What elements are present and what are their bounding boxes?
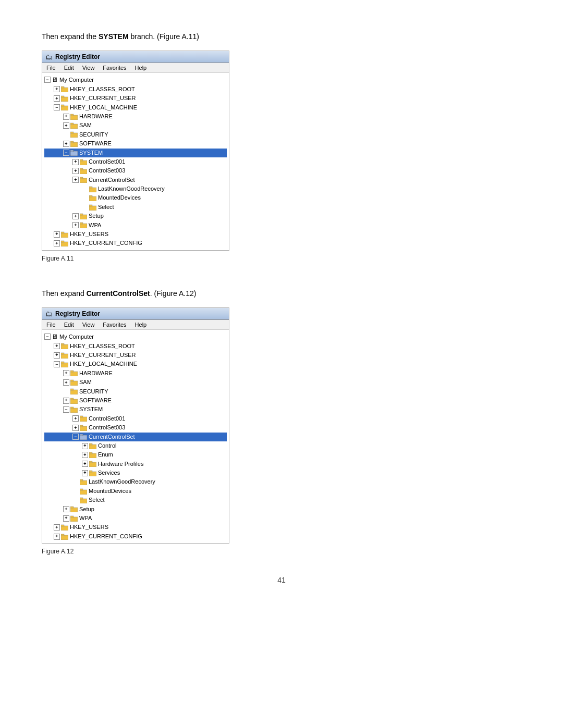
expander-placeholder-mounted-1 xyxy=(82,195,88,201)
tree-row-hwprofiles-2[interactable]: + Hardware Profiles xyxy=(44,460,227,468)
expander-current-config-1[interactable]: + xyxy=(54,240,60,246)
tree-row-controlset003-1[interactable]: + ControlSet003 xyxy=(44,166,227,175)
tree-row-root-1[interactable]: − 🖥 My Computer xyxy=(44,75,227,85)
expander-controlset003-2[interactable]: + xyxy=(72,425,79,431)
tree-row-sam-2[interactable]: + SAM xyxy=(44,378,227,387)
expander-hwprofiles-2[interactable]: + xyxy=(82,461,88,467)
svg-rect-55 xyxy=(80,425,83,427)
svg-rect-0 xyxy=(61,88,68,92)
tree-row-lastknown-2[interactable]: LastKnownGoodRecovery xyxy=(44,477,227,486)
tree-row-local-machine-2[interactable]: − HKEY_LOCAL_MACHINE xyxy=(44,360,227,368)
folder-icon-lastknown-2 xyxy=(80,479,87,485)
menu-view-2[interactable]: View xyxy=(81,321,96,328)
expander-classes-2[interactable]: + xyxy=(54,343,60,349)
tree-row-system-1[interactable]: − SYSTEM xyxy=(44,149,227,157)
expander-hardware-2[interactable]: + xyxy=(63,370,69,376)
tree-row-mounteddevices-1[interactable]: MountedDevices xyxy=(44,193,227,202)
tree-row-hardware-1[interactable]: + HARDWARE xyxy=(44,112,227,121)
tree-row-sam-1[interactable]: + SAM xyxy=(44,121,227,130)
expander-wpa-2[interactable]: + xyxy=(63,515,69,522)
expander-local-machine-1[interactable]: − xyxy=(54,104,60,110)
tree-row-services-2[interactable]: + Services xyxy=(44,468,227,477)
tree-row-setup-2[interactable]: + Setup xyxy=(44,505,227,514)
expander-controlset001-2[interactable]: + xyxy=(72,415,79,422)
expander-system-1[interactable]: − xyxy=(63,150,69,156)
tree-row-lastknown-1[interactable]: LastKnownGoodRecovery xyxy=(44,184,227,193)
expander-currentcontrolset-1[interactable]: + xyxy=(72,177,79,183)
expander-setup-2[interactable]: + xyxy=(63,506,69,512)
tree-row-software-2[interactable]: + SOFTWARE xyxy=(44,396,227,405)
menu-favorites-2[interactable]: Favorites xyxy=(102,321,127,328)
expander-root-2[interactable]: − xyxy=(44,334,51,340)
tree-row-control-2[interactable]: + Control xyxy=(44,441,227,450)
tree-row-users-1[interactable]: + HKEY_USERS xyxy=(44,230,227,239)
menu-file-1[interactable]: File xyxy=(45,64,57,71)
expander-services-2[interactable]: + xyxy=(82,470,88,476)
tree-row-users-2[interactable]: + HKEY_USERS xyxy=(44,523,227,532)
tree-row-security-1[interactable]: SECURITY xyxy=(44,130,227,139)
menu-favorites-1[interactable]: Favorites xyxy=(102,64,127,71)
tree-row-setup-1[interactable]: + Setup xyxy=(44,212,227,220)
svg-rect-12 xyxy=(70,142,78,147)
expander-controlset001-1[interactable]: + xyxy=(72,159,79,165)
expander-current-user-1[interactable]: + xyxy=(54,95,60,102)
tree-row-security-2[interactable]: SECURITY xyxy=(44,387,227,396)
tree-row-controlset001-2[interactable]: + ControlSet001 xyxy=(44,414,227,423)
expander-placeholder-lastknown-1 xyxy=(82,186,88,192)
expander-sam-2[interactable]: + xyxy=(63,379,69,386)
expander-wpa-1[interactable]: + xyxy=(72,222,79,228)
expander-enum-2[interactable]: + xyxy=(82,452,88,458)
expander-currentcontrolset-2[interactable]: − xyxy=(72,434,79,440)
tree-row-root-2[interactable]: − 🖥 My Computer xyxy=(44,332,227,342)
tree-row-wpa-2[interactable]: + WPA xyxy=(44,514,227,523)
expander-local-machine-2[interactable]: − xyxy=(54,361,60,367)
folder-icon-mounted-2 xyxy=(80,488,87,495)
registry-window-2: 🗂 Registry Editor File Edit View Favorit… xyxy=(42,307,229,544)
tree-row-classes-root-2[interactable]: + HKEY_CLASSES_ROOT xyxy=(44,342,227,351)
tree-row-current-user-2[interactable]: + HKEY_CURRENT_USER xyxy=(44,351,227,360)
tree-row-mounteddevices-2[interactable]: MountedDevices xyxy=(44,487,227,496)
menu-file-2[interactable]: File xyxy=(45,321,57,328)
tree-row-current-user-1[interactable]: + HKEY_CURRENT_USER xyxy=(44,94,227,103)
tree-row-controlset003-2[interactable]: + ControlSet003 xyxy=(44,423,227,432)
expander-current-user-2[interactable]: + xyxy=(54,352,60,359)
tree-row-current-config-2[interactable]: + HKEY_CURRENT_CONFIG xyxy=(44,532,227,541)
tree-row-hardware-2[interactable]: + HARDWARE xyxy=(44,369,227,378)
svg-rect-46 xyxy=(70,390,78,394)
tree-row-select-2[interactable]: Select xyxy=(44,496,227,504)
expander-users-1[interactable]: + xyxy=(54,231,60,238)
expander-current-config-2[interactable]: + xyxy=(54,534,60,540)
expander-sam-1[interactable]: + xyxy=(63,122,69,129)
tree-row-software-1[interactable]: + SOFTWARE xyxy=(44,139,227,148)
expander-software-1[interactable]: + xyxy=(63,141,69,147)
expander-hardware-1[interactable]: + xyxy=(63,114,69,120)
expander-control-2[interactable]: + xyxy=(82,443,88,449)
tree-row-classes-root-1[interactable]: + HKEY_CLASSES_ROOT xyxy=(44,85,227,94)
expander-system-2[interactable]: − xyxy=(63,406,69,413)
tree-row-system-2[interactable]: − SYSTEM xyxy=(44,405,227,414)
menu-edit-2[interactable]: Edit xyxy=(63,321,75,328)
folder-icon-system-2 xyxy=(70,406,78,413)
svg-rect-73 xyxy=(70,507,74,508)
menu-view-1[interactable]: View xyxy=(81,64,96,71)
svg-rect-44 xyxy=(70,381,78,386)
svg-rect-7 xyxy=(70,114,74,116)
menu-help-2[interactable]: Help xyxy=(134,321,148,328)
tree-row-currentcontrolset-1[interactable]: + CurrentControlSet xyxy=(44,176,227,184)
tree-row-wpa-1[interactable]: + WPA xyxy=(44,221,227,230)
tree-row-controlset001-1[interactable]: + ControlSet001 xyxy=(44,157,227,166)
tree-row-select-1[interactable]: Select xyxy=(44,203,227,212)
menu-edit-1[interactable]: Edit xyxy=(63,64,75,71)
expander-software-2[interactable]: + xyxy=(63,398,69,404)
svg-rect-14 xyxy=(70,151,78,156)
expander-classes-1[interactable]: + xyxy=(54,86,60,92)
tree-row-local-machine-1[interactable]: − HKEY_LOCAL_MACHINE xyxy=(44,103,227,112)
tree-row-currentcontrolset-2[interactable]: − CurrentControlSet xyxy=(44,433,227,441)
expander-root-1[interactable]: − xyxy=(44,77,51,83)
expander-controlset003-1[interactable]: + xyxy=(72,168,79,174)
expander-users-2[interactable]: + xyxy=(54,524,60,530)
tree-row-enum-2[interactable]: + Enum xyxy=(44,450,227,459)
menu-help-1[interactable]: Help xyxy=(134,64,148,71)
tree-row-current-config-1[interactable]: + HKEY_CURRENT_CONFIG xyxy=(44,239,227,248)
expander-setup-1[interactable]: + xyxy=(72,213,79,219)
